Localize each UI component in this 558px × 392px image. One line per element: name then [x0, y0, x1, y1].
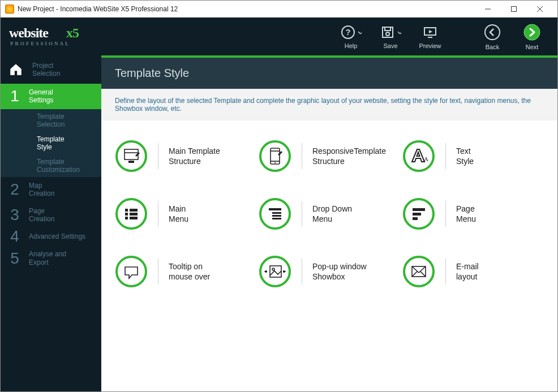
topbar: website x5 PROFESSIONAL ? Help Save Prev…	[1, 18, 557, 55]
svg-rect-27	[130, 209, 138, 212]
preview-icon	[422, 24, 438, 40]
card-label: ResponsiveTemplateStructure	[312, 146, 386, 166]
card-responsive-template-structure[interactable]: ResponsiveTemplateStructure	[259, 140, 400, 173]
minimize-icon	[485, 6, 491, 12]
app-icon	[5, 5, 14, 14]
card-label: PageMenu	[456, 204, 476, 224]
card-main-template-structure[interactable]: Main TemplateStructure	[115, 140, 256, 173]
sidebar-step-3[interactable]: 3 Page Creation	[1, 203, 101, 228]
step-number: 1	[1, 84, 29, 109]
preview-button[interactable]: Preview	[410, 18, 450, 55]
step-number: 2	[1, 177, 29, 203]
card-row: Main TemplateStructure	[101, 127, 557, 185]
step-label: Settings	[29, 96, 101, 104]
minimize-button[interactable]	[475, 1, 501, 18]
back-label: Back	[486, 44, 499, 50]
page-menu-icon	[402, 197, 435, 230]
svg-rect-7	[385, 27, 390, 31]
svg-rect-1	[512, 6, 517, 11]
step-number: 4	[1, 227, 29, 245]
card-row: MainMenu Drop DownMenu	[101, 185, 557, 243]
page-description: Define the layout of the selected Templa…	[101, 89, 557, 120]
sub-template-style[interactable]: Template Style	[1, 132, 101, 154]
svg-rect-38	[413, 208, 425, 211]
svg-rect-26	[125, 209, 128, 212]
tooltip-icon	[115, 255, 148, 288]
svg-rect-31	[130, 217, 138, 219]
svg-rect-29	[130, 213, 138, 216]
step-1-subs: Template Selection Template Style Templa…	[1, 109, 101, 177]
divider	[445, 259, 446, 285]
card-row: Tooltip onmouse over	[101, 243, 557, 300]
svg-point-41	[117, 257, 146, 286]
logo-text-a: website	[9, 25, 49, 40]
divider	[302, 143, 302, 169]
card-label: Pop-up windowShowbox	[312, 261, 367, 282]
card-drop-down-menu[interactable]: Drop DownMenu	[259, 197, 400, 230]
back-button[interactable]: Back	[473, 18, 512, 55]
sidebar: Project Selection 1 General Settings Tem…	[1, 55, 101, 391]
main-area: Template Style Define the layout of the …	[101, 55, 557, 391]
close-button[interactable]	[527, 1, 553, 18]
cards-grid: Main TemplateStructure	[101, 120, 557, 391]
close-icon	[537, 6, 543, 12]
sidebar-step-2[interactable]: 2 Map Creation	[1, 177, 101, 203]
page-title: Template Style	[101, 58, 557, 89]
svg-rect-39	[413, 213, 421, 216]
help-button[interactable]: ? Help	[331, 18, 371, 55]
divider	[445, 201, 446, 227]
home-label-1: Project	[32, 62, 60, 70]
svg-point-45	[404, 257, 433, 286]
svg-point-44	[272, 268, 274, 270]
chevron-down-icon	[398, 31, 401, 34]
chevron-down-icon	[358, 31, 362, 34]
home-label-2: Selection	[32, 70, 60, 77]
next-button[interactable]: Next	[512, 18, 552, 55]
preview-label: Preview	[419, 42, 441, 49]
save-icon	[380, 24, 396, 40]
sidebar-step-1[interactable]: 1 General Settings	[1, 84, 101, 109]
card-label: E-maillayout	[456, 261, 479, 282]
back-icon	[483, 23, 501, 41]
card-showbox[interactable]: Pop-up windowShowbox	[259, 255, 400, 288]
sub-template-selection[interactable]: Template Selection	[1, 109, 101, 132]
showbox-icon	[259, 255, 291, 288]
logo: website x5 PROFESSIONAL	[1, 18, 101, 55]
card-email-layout[interactable]: E-maillayout	[402, 255, 544, 288]
svg-rect-17	[128, 161, 134, 163]
svg-text:?: ?	[346, 28, 351, 37]
card-tooltip[interactable]: Tooltip onmouse over	[115, 255, 256, 288]
next-label: Next	[526, 44, 539, 50]
window-title: New Project - Incomedia WebSite X5 Profe…	[18, 5, 178, 13]
help-icon: ?	[340, 24, 356, 40]
main-menu-icon	[115, 197, 148, 230]
svg-text:A: A	[424, 156, 428, 162]
maximize-icon	[511, 6, 517, 12]
card-label: TextStyle	[456, 146, 474, 166]
email-icon	[402, 255, 435, 288]
svg-rect-33	[269, 208, 281, 210]
logo-text-b: x5	[66, 25, 79, 40]
sidebar-step-5[interactable]: 5 Analyse and Export	[1, 245, 101, 271]
step-label: General	[29, 88, 101, 96]
svg-rect-35	[272, 215, 281, 217]
svg-point-11	[485, 25, 500, 40]
card-text-style[interactable]: A TextStyle	[402, 140, 544, 173]
svg-point-18	[260, 141, 290, 171]
maximize-button[interactable]	[501, 1, 527, 18]
card-page-menu[interactable]: PageMenu	[402, 197, 544, 230]
next-icon	[523, 23, 541, 41]
step-number: 3	[1, 203, 29, 228]
titlebar: New Project - Incomedia WebSite X5 Profe…	[1, 1, 557, 18]
text-icon: A	[402, 140, 435, 173]
save-button[interactable]: Save	[371, 18, 410, 55]
sidebar-home[interactable]: Project Selection	[1, 55, 101, 84]
app-window: New Project - Incomedia WebSite X5 Profe…	[0, 0, 558, 392]
divider	[158, 201, 158, 227]
sub-template-customization[interactable]: Template Customization	[1, 154, 101, 177]
svg-point-14	[117, 141, 146, 171]
divider	[302, 201, 302, 227]
card-main-menu[interactable]: MainMenu	[115, 197, 256, 230]
sidebar-step-4[interactable]: 4 Advanced Settings	[1, 227, 101, 245]
svg-rect-40	[413, 217, 418, 220]
